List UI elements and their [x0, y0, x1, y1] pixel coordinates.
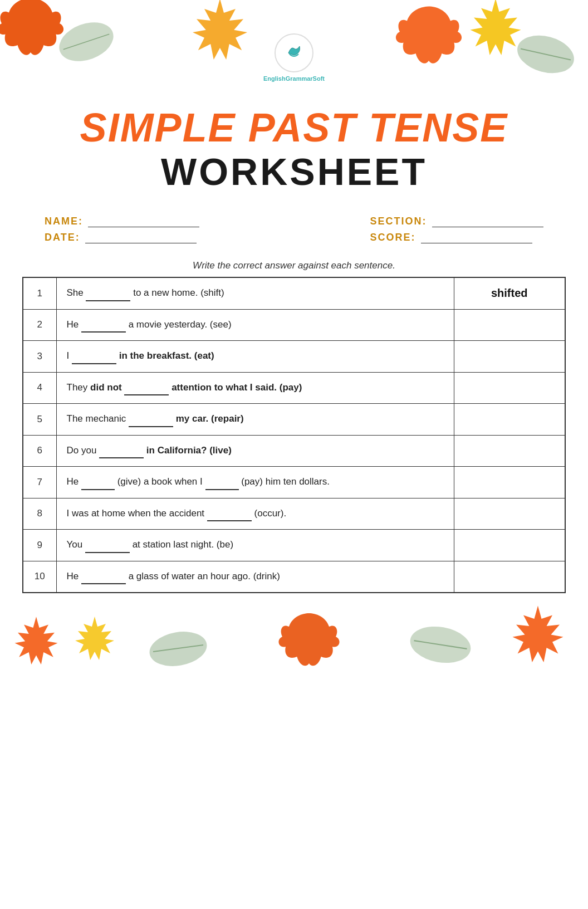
answer-cell [454, 309, 565, 341]
answer-cell [454, 561, 565, 593]
sentence-cell: I in the breakfast. (eat) [56, 341, 454, 373]
sentence-cell: I was at home when the accident (occur). [56, 498, 454, 530]
main-title: SIMPLE PAST TENSE [22, 106, 566, 150]
answer-cell [454, 435, 565, 467]
row-number: 8 [23, 498, 56, 530]
leaf-bottom-left-2 [61, 615, 128, 671]
logo-circle [275, 33, 313, 72]
answer-cell [454, 467, 565, 499]
instructions: Write the correct answer against each se… [0, 249, 588, 277]
row-number: 3 [23, 341, 56, 373]
sentence-cell: He a movie yesterday. (see) [56, 309, 454, 341]
table-row: 5The mechanic my car. (repair) [23, 404, 565, 436]
title-section: SIMPLE PAST TENSE WORKSHEET [0, 95, 588, 199]
table-row: 9You at station last night. (be) [23, 530, 565, 561]
score-field: SCORE: [370, 232, 543, 243]
leaf-bottom-right-1 [404, 618, 477, 671]
row-number: 1 [23, 277, 56, 309]
table-row: 3I in the breakfast. (eat) [23, 341, 565, 373]
answer-cell: shifted [454, 277, 565, 309]
row-number: 7 [23, 467, 56, 499]
score-line [421, 233, 532, 243]
leaf-top-right-1 [390, 3, 468, 75]
answer-cell [454, 498, 565, 530]
answer-cell [454, 372, 565, 404]
section-line [432, 217, 543, 227]
table-row: 6Do you in California? (live) [23, 435, 565, 467]
sentence-cell: Do you in California? (live) [56, 435, 454, 467]
table-row: 10He a glass of water an hour ago. (drin… [23, 561, 565, 593]
table-row: 2He a movie yesterday. (see) [23, 309, 565, 341]
sentence-cell: They did not attention to what I said. (… [56, 372, 454, 404]
row-number: 6 [23, 435, 56, 467]
name-line [88, 217, 199, 227]
sentence-cell: The mechanic my car. (repair) [56, 404, 454, 436]
logo-text: EnglishGrammarSoft [263, 75, 325, 82]
leaf-top-right-3 [512, 28, 579, 81]
worksheet-table: 1She to a new home. (shift)shifted2He a … [22, 277, 566, 593]
leaf-bottom-center-left [145, 624, 212, 674]
date-field: DATE: [45, 232, 199, 243]
info-section: NAME: DATE: SECTION: SCORE: [0, 204, 588, 249]
sentence-cell: You at station last night. (be) [56, 530, 454, 561]
row-number: 5 [23, 404, 56, 436]
sentence-cell: She to a new home. (shift) [56, 277, 454, 309]
worksheet-page: { "header": { "logo_text": "EnglishGramm… [0, 0, 588, 909]
table-row: 1She to a new home. (shift)shifted [23, 277, 565, 309]
row-number: 2 [23, 309, 56, 341]
footer-leaves [0, 599, 588, 677]
info-col-right: SECTION: SCORE: [370, 216, 543, 243]
row-number: 10 [23, 561, 56, 593]
answer-cell [454, 530, 565, 561]
sentence-cell: He (give) a book when I (pay) him ten do… [56, 467, 454, 499]
table-row: 4They did not attention to what I said. … [23, 372, 565, 404]
sub-title: WORKSHEET [22, 150, 566, 193]
row-number: 9 [23, 530, 56, 561]
table-row: 8I was at home when the accident (occur)… [23, 498, 565, 530]
table-row: 7He (give) a book when I (pay) him ten d… [23, 467, 565, 499]
leaf-top-center [178, 0, 262, 75]
sentence-cell: He a glass of water an hour ago. (drink) [56, 561, 454, 593]
section-field: SECTION: [370, 216, 543, 227]
leaf-bottom-right-2 [499, 604, 577, 677]
logo-area: EnglishGrammarSoft [263, 33, 325, 82]
name-field: NAME: [45, 216, 199, 227]
answer-cell [454, 404, 565, 436]
leaf-top-left-2 [56, 17, 117, 67]
info-col-left: NAME: DATE: [45, 216, 199, 243]
top-decoration: EnglishGrammarSoft [0, 0, 588, 95]
date-line [85, 233, 197, 243]
answer-cell [454, 341, 565, 373]
leaf-bottom-center-right [273, 610, 345, 677]
row-number: 4 [23, 372, 56, 404]
